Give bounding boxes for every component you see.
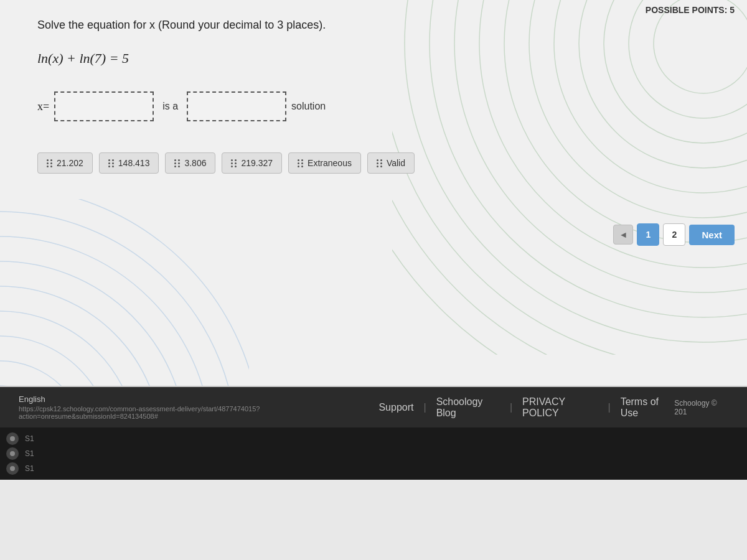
drag-handle-icon — [108, 159, 115, 167]
taskbar-label-3: S1 — [25, 464, 34, 473]
chip-label: 3.806 — [184, 158, 206, 168]
footer-copyright: Schoology © 201 — [674, 399, 728, 416]
svg-point-20 — [0, 261, 187, 386]
page-1-button[interactable]: 1 — [637, 223, 659, 246]
chip-label: Valid — [387, 158, 405, 168]
footer: English https://cpsk12.schoology.com/com… — [0, 387, 747, 427]
chip-valid[interactable]: Valid — [367, 152, 415, 174]
chip-label: 219.327 — [241, 158, 273, 168]
terms-link[interactable]: Terms of Use — [621, 396, 675, 419]
taskbar-label-2: S1 — [25, 449, 34, 458]
svg-point-26 — [10, 466, 15, 471]
blog-link[interactable]: Schoology Blog — [436, 396, 500, 419]
svg-point-19 — [0, 286, 162, 386]
taskbar-row-2: S1 — [6, 447, 741, 460]
footer-language: English — [19, 394, 378, 404]
svg-point-24 — [10, 436, 15, 441]
answer-drop-zone-2[interactable] — [187, 91, 286, 121]
svg-point-17 — [0, 336, 112, 386]
taskbar-icon-3 — [6, 462, 19, 475]
pagination-area: ◄ 1 2 Next — [0, 217, 747, 252]
taskbar-icon-1 — [6, 432, 19, 445]
footer-url: https://cpsk12.schoology.com/common-asse… — [19, 405, 378, 420]
is-a-label: is a — [159, 101, 182, 112]
prev-page-button[interactable]: ◄ — [613, 225, 633, 245]
chip-3806[interactable]: 3.806 — [165, 152, 215, 174]
footer-left: English https://cpsk12.schoology.com/com… — [19, 394, 378, 420]
answer-chips-container: 21.202 148.413 3.806 — [37, 152, 710, 174]
chip-label: 21.202 — [57, 158, 83, 168]
main-content: POSSIBLE POINTS: 5 Solve the equation fo… — [0, 0, 747, 386]
privacy-link[interactable]: PRIVACY POLICY — [522, 396, 598, 419]
taskbar-row-3: S1 — [6, 462, 741, 475]
footer-center: Support | Schoology Blog | PRIVACY POLIC… — [378, 396, 674, 419]
answer-drop-zone-1[interactable] — [54, 91, 154, 121]
svg-point-25 — [10, 451, 15, 456]
solution-label: solution — [291, 101, 326, 112]
support-link[interactable]: Support — [378, 402, 413, 413]
chip-extraneous[interactable]: Extraneous — [288, 152, 361, 174]
drag-handle-icon — [231, 159, 237, 167]
drag-handle-icon — [298, 159, 304, 167]
taskbar-row-1: S1 — [6, 432, 741, 445]
chip-148413[interactable]: 148.413 — [99, 152, 159, 174]
chip-label: Extraneous — [308, 158, 352, 168]
fill-in-row: x= is a solution — [37, 91, 710, 121]
fill-prefix-label: x= — [37, 100, 49, 113]
question-area: Solve the equation for x (Round your dec… — [0, 0, 747, 217]
drag-handle-icon — [47, 159, 53, 167]
question-instruction: Solve the equation for x (Round your dec… — [37, 19, 710, 32]
svg-point-18 — [0, 311, 137, 386]
svg-point-16 — [0, 361, 87, 386]
taskbar-label-1: S1 — [25, 434, 34, 443]
equation-display: ln(x) + ln(7) = 5 — [37, 50, 710, 67]
drag-handle-icon — [377, 159, 383, 167]
taskbar: S1 S1 S1 — [0, 427, 747, 480]
drag-handle-icon — [174, 159, 181, 167]
svg-point-21 — [0, 236, 212, 386]
chip-219327[interactable]: 219.327 — [222, 152, 282, 174]
chip-21202[interactable]: 21.202 — [37, 152, 93, 174]
taskbar-icon-2 — [6, 447, 19, 460]
page-2-button[interactable]: 2 — [663, 223, 685, 246]
next-button[interactable]: Next — [689, 225, 735, 245]
chip-label: 148.413 — [118, 158, 150, 168]
